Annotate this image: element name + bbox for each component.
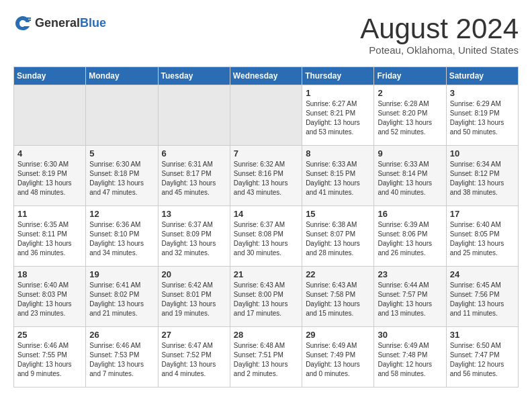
day-info: Sunrise: 6:46 AM Sunset: 7:55 PM Dayligh… — [17, 341, 82, 379]
calendar-cell: 15Sunrise: 6:38 AM Sunset: 8:07 PM Dayli… — [302, 206, 374, 267]
calendar-cell: 16Sunrise: 6:39 AM Sunset: 8:06 PM Dayli… — [374, 206, 446, 267]
day-header-tuesday: Tuesday — [158, 67, 230, 85]
logo-text: GeneralBlue — [35, 16, 106, 30]
calendar-cell — [86, 85, 158, 146]
calendar-cell: 27Sunrise: 6:47 AM Sunset: 7:52 PM Dayli… — [158, 327, 230, 387]
day-info: Sunrise: 6:41 AM Sunset: 8:02 PM Dayligh… — [89, 281, 154, 318]
calendar-cell: 29Sunrise: 6:49 AM Sunset: 7:49 PM Dayli… — [302, 327, 374, 387]
day-number: 12 — [89, 209, 154, 219]
calendar-cell: 12Sunrise: 6:36 AM Sunset: 8:10 PM Dayli… — [86, 206, 158, 267]
day-number: 15 — [306, 209, 370, 219]
day-info: Sunrise: 6:36 AM Sunset: 8:10 PM Dayligh… — [89, 220, 154, 258]
day-number: 24 — [450, 269, 515, 279]
day-info: Sunrise: 6:34 AM Sunset: 8:12 PM Dayligh… — [450, 160, 515, 197]
calendar-header-row: SundayMondayTuesdayWednesdayThursdayFrid… — [14, 67, 519, 85]
day-info: Sunrise: 6:44 AM Sunset: 7:57 PM Dayligh… — [378, 281, 442, 318]
day-info: Sunrise: 6:28 AM Sunset: 8:20 PM Dayligh… — [378, 99, 442, 137]
day-info: Sunrise: 6:38 AM Sunset: 8:07 PM Dayligh… — [306, 220, 370, 258]
calendar-cell — [14, 85, 86, 146]
calendar-week-row: 4Sunrise: 6:30 AM Sunset: 8:19 PM Daylig… — [14, 146, 519, 206]
day-number: 4 — [17, 148, 82, 158]
day-header-monday: Monday — [86, 67, 158, 85]
day-number: 17 — [450, 209, 515, 219]
calendar-cell: 3Sunrise: 6:29 AM Sunset: 8:19 PM Daylig… — [446, 85, 518, 146]
day-number: 29 — [306, 330, 370, 340]
page-header: GeneralBlue August 2024 Poteau, Oklahoma… — [13, 13, 519, 56]
day-info: Sunrise: 6:45 AM Sunset: 7:56 PM Dayligh… — [450, 281, 515, 318]
day-number: 13 — [162, 209, 226, 219]
calendar-cell: 14Sunrise: 6:37 AM Sunset: 8:08 PM Dayli… — [230, 206, 302, 267]
day-number: 26 — [89, 330, 154, 340]
calendar-cell: 4Sunrise: 6:30 AM Sunset: 8:19 PM Daylig… — [14, 146, 86, 206]
day-header-sunday: Sunday — [14, 67, 86, 85]
calendar-week-row: 1Sunrise: 6:27 AM Sunset: 8:21 PM Daylig… — [14, 85, 519, 146]
calendar-cell: 24Sunrise: 6:45 AM Sunset: 7:56 PM Dayli… — [446, 267, 518, 327]
day-number: 19 — [89, 269, 154, 279]
day-number: 27 — [162, 330, 226, 340]
day-number: 6 — [162, 148, 226, 158]
day-number: 2 — [378, 88, 442, 98]
day-info: Sunrise: 6:40 AM Sunset: 8:03 PM Dayligh… — [17, 281, 82, 318]
day-number: 21 — [234, 269, 298, 279]
logo-blue: Blue — [80, 16, 106, 30]
calendar-cell: 19Sunrise: 6:41 AM Sunset: 8:02 PM Dayli… — [86, 267, 158, 327]
day-number: 28 — [234, 330, 298, 340]
day-info: Sunrise: 6:33 AM Sunset: 8:14 PM Dayligh… — [378, 160, 442, 197]
day-info: Sunrise: 6:39 AM Sunset: 8:06 PM Dayligh… — [378, 220, 442, 258]
day-info: Sunrise: 6:42 AM Sunset: 8:01 PM Dayligh… — [162, 281, 226, 318]
day-info: Sunrise: 6:43 AM Sunset: 8:00 PM Dayligh… — [234, 281, 298, 318]
day-number: 3 — [450, 88, 515, 98]
day-header-saturday: Saturday — [446, 67, 518, 85]
day-info: Sunrise: 6:46 AM Sunset: 7:53 PM Dayligh… — [89, 341, 154, 379]
title-block: August 2024 Poteau, Oklahoma, United Sta… — [360, 13, 519, 56]
day-number: 1 — [306, 88, 370, 98]
day-header-wednesday: Wednesday — [230, 67, 302, 85]
day-number: 7 — [234, 148, 298, 158]
day-header-friday: Friday — [374, 67, 446, 85]
day-info: Sunrise: 6:37 AM Sunset: 8:09 PM Dayligh… — [162, 220, 226, 258]
calendar-week-row: 25Sunrise: 6:46 AM Sunset: 7:55 PM Dayli… — [14, 327, 519, 387]
calendar-cell: 25Sunrise: 6:46 AM Sunset: 7:55 PM Dayli… — [14, 327, 86, 387]
calendar-week-row: 11Sunrise: 6:35 AM Sunset: 8:11 PM Dayli… — [14, 206, 519, 267]
calendar-cell: 23Sunrise: 6:44 AM Sunset: 7:57 PM Dayli… — [374, 267, 446, 327]
day-info: Sunrise: 6:49 AM Sunset: 7:48 PM Dayligh… — [378, 341, 442, 379]
day-info: Sunrise: 6:31 AM Sunset: 8:17 PM Dayligh… — [162, 160, 226, 197]
logo-icon — [13, 13, 32, 32]
calendar-cell: 1Sunrise: 6:27 AM Sunset: 8:21 PM Daylig… — [302, 85, 374, 146]
day-info: Sunrise: 6:27 AM Sunset: 8:21 PM Dayligh… — [306, 99, 370, 137]
day-header-thursday: Thursday — [302, 67, 374, 85]
calendar-cell: 10Sunrise: 6:34 AM Sunset: 8:12 PM Dayli… — [446, 146, 518, 206]
calendar-cell: 30Sunrise: 6:49 AM Sunset: 7:48 PM Dayli… — [374, 327, 446, 387]
day-number: 8 — [306, 148, 370, 158]
calendar-week-row: 18Sunrise: 6:40 AM Sunset: 8:03 PM Dayli… — [14, 267, 519, 327]
calendar-cell — [230, 85, 302, 146]
calendar-cell: 26Sunrise: 6:46 AM Sunset: 7:53 PM Dayli… — [86, 327, 158, 387]
day-number: 14 — [234, 209, 298, 219]
calendar-cell: 7Sunrise: 6:32 AM Sunset: 8:16 PM Daylig… — [230, 146, 302, 206]
calendar-cell: 22Sunrise: 6:43 AM Sunset: 7:58 PM Dayli… — [302, 267, 374, 327]
day-info: Sunrise: 6:47 AM Sunset: 7:52 PM Dayligh… — [162, 341, 226, 379]
day-info: Sunrise: 6:29 AM Sunset: 8:19 PM Dayligh… — [450, 99, 515, 137]
day-info: Sunrise: 6:48 AM Sunset: 7:51 PM Dayligh… — [234, 341, 298, 379]
logo-general: General — [35, 16, 80, 30]
calendar-cell: 28Sunrise: 6:48 AM Sunset: 7:51 PM Dayli… — [230, 327, 302, 387]
day-info: Sunrise: 6:35 AM Sunset: 8:11 PM Dayligh… — [17, 220, 82, 258]
day-number: 22 — [306, 269, 370, 279]
calendar-subtitle: Poteau, Oklahoma, United States — [360, 44, 519, 56]
day-number: 23 — [378, 269, 442, 279]
day-number: 5 — [89, 148, 154, 158]
calendar-cell: 8Sunrise: 6:33 AM Sunset: 8:15 PM Daylig… — [302, 146, 374, 206]
calendar-cell: 9Sunrise: 6:33 AM Sunset: 8:14 PM Daylig… — [374, 146, 446, 206]
day-number: 18 — [17, 269, 82, 279]
day-number: 16 — [378, 209, 442, 219]
calendar-cell: 6Sunrise: 6:31 AM Sunset: 8:17 PM Daylig… — [158, 146, 230, 206]
calendar-cell: 18Sunrise: 6:40 AM Sunset: 8:03 PM Dayli… — [14, 267, 86, 327]
calendar-cell: 5Sunrise: 6:30 AM Sunset: 8:18 PM Daylig… — [86, 146, 158, 206]
day-number: 11 — [17, 209, 82, 219]
calendar-cell: 21Sunrise: 6:43 AM Sunset: 8:00 PM Dayli… — [230, 267, 302, 327]
day-info: Sunrise: 6:49 AM Sunset: 7:49 PM Dayligh… — [306, 341, 370, 379]
calendar-cell: 17Sunrise: 6:40 AM Sunset: 8:05 PM Dayli… — [446, 206, 518, 267]
day-number: 25 — [17, 330, 82, 340]
logo: GeneralBlue — [13, 13, 106, 32]
day-number: 9 — [378, 148, 442, 158]
